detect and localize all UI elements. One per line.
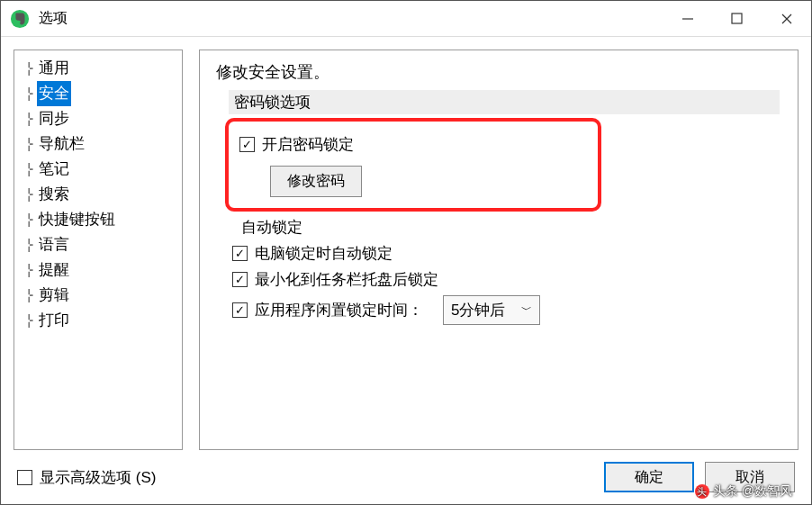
idle-lock-row[interactable]: ✓ 应用程序闲置锁定时间： 5分钟后 ﹀ — [232, 295, 781, 325]
checkbox-icon — [17, 470, 32, 485]
close-icon — [780, 13, 793, 25]
main-panel: 修改安全设置。 密码锁选项 ✓ 开启密码锁定 修改密码 自动锁定 ✓ 电脑锁定时… — [199, 50, 798, 450]
tree-dash-icon: ¦·· — [27, 232, 32, 257]
close-button[interactable] — [762, 1, 811, 36]
tree-dash-icon: ¦·· — [27, 283, 32, 308]
sidebar-item-7[interactable]: ¦··语言 — [14, 232, 182, 257]
sidebar-item-label: 通用 — [37, 56, 71, 81]
highlight-annotation: ✓ 开启密码锁定 修改密码 — [225, 118, 601, 212]
main-heading: 修改安全设置。 — [216, 61, 781, 83]
idle-time-select[interactable]: 5分钟后 ﹀ — [443, 295, 540, 325]
sidebar-item-1[interactable]: ¦··安全 — [14, 81, 182, 106]
tree-dash-icon: ¦·· — [27, 56, 32, 81]
sidebar-item-9[interactable]: ¦··剪辑 — [14, 283, 182, 308]
sidebar: ¦··通用¦··安全¦··同步¦··导航栏¦··笔记¦··搜索¦··快捷键按钮¦… — [14, 50, 183, 450]
tree-dash-icon: ¦·· — [27, 182, 32, 207]
watermark-text: 头条 @数智风 — [713, 483, 792, 500]
app-icon — [10, 9, 30, 29]
change-password-button[interactable]: 修改密码 — [270, 166, 362, 197]
idle-lock-label: 应用程序闲置锁定时间： — [255, 300, 423, 320]
sidebar-item-label: 语言 — [37, 232, 71, 257]
lock-on-minimize-label: 最小化到任务栏托盘后锁定 — [255, 269, 438, 290]
enable-password-lock-label: 开启密码锁定 — [262, 134, 354, 155]
sidebar-item-label: 安全 — [37, 81, 71, 106]
footer: 显示高级选项 (S) 确定 取消 — [1, 450, 811, 504]
tree-dash-icon: ¦·· — [27, 157, 32, 182]
tree-dash-icon: ¦·· — [27, 106, 32, 131]
sidebar-item-10[interactable]: ¦··打印 — [14, 308, 182, 333]
sidebar-item-label: 打印 — [37, 308, 71, 333]
svg-rect-2 — [732, 14, 742, 23]
show-advanced-label: 显示高级选项 (S) — [40, 467, 156, 488]
titlebar: 选项 — [1, 1, 811, 37]
checkbox-icon: ✓ — [232, 302, 248, 318]
options-window: 选项 ¦··通用¦··安全¦··同步¦··导航栏¦··笔记¦··搜索¦··快捷键… — [0, 0, 812, 505]
content-area: ¦··通用¦··安全¦··同步¦··导航栏¦··笔记¦··搜索¦··快捷键按钮¦… — [1, 37, 811, 450]
tree-dash-icon: ¦·· — [27, 207, 32, 232]
sidebar-item-label: 快捷键按钮 — [37, 207, 117, 232]
minimize-icon — [681, 13, 694, 25]
maximize-icon — [731, 13, 743, 24]
checkbox-icon: ✓ — [232, 246, 248, 261]
tree-dash-icon: ¦·· — [27, 308, 32, 333]
auto-lock-heading: 自动锁定 — [241, 217, 781, 238]
sidebar-item-label: 导航栏 — [37, 131, 86, 157]
checkbox-icon: ✓ — [232, 272, 248, 287]
sidebar-item-0[interactable]: ¦··通用 — [14, 56, 182, 81]
tree-dash-icon: ¦·· — [27, 131, 32, 157]
show-advanced-row[interactable]: 显示高级选项 (S) — [17, 467, 156, 488]
sidebar-item-label: 搜索 — [37, 182, 71, 207]
window-controls — [663, 1, 811, 36]
watermark-icon: 头 — [695, 484, 709, 499]
watermark: 头 头条 @数智风 — [695, 483, 792, 500]
sidebar-item-8[interactable]: ¦··提醒 — [14, 257, 182, 283]
enable-password-lock-row[interactable]: ✓ 开启密码锁定 — [239, 134, 589, 155]
tree-dash-icon: ¦·· — [27, 257, 32, 283]
sidebar-item-label: 提醒 — [37, 257, 71, 283]
ok-button[interactable]: 确定 — [604, 462, 694, 492]
minimize-button[interactable] — [663, 1, 712, 36]
sidebar-item-6[interactable]: ¦··快捷键按钮 — [14, 207, 182, 232]
chevron-down-icon: ﹀ — [521, 302, 532, 318]
sidebar-item-5[interactable]: ¦··搜索 — [14, 182, 182, 207]
lock-on-pc-lock-label: 电脑锁定时自动锁定 — [255, 243, 392, 264]
window-title: 选项 — [39, 9, 663, 28]
maximize-button[interactable] — [712, 1, 762, 36]
sidebar-item-label: 同步 — [37, 106, 71, 131]
sidebar-item-label: 笔记 — [37, 157, 71, 182]
checkbox-icon: ✓ — [239, 137, 255, 152]
sidebar-item-label: 剪辑 — [37, 283, 71, 308]
sidebar-item-3[interactable]: ¦··导航栏 — [14, 131, 182, 157]
sidebar-item-4[interactable]: ¦··笔记 — [14, 157, 182, 182]
tree-dash-icon: ¦·· — [27, 81, 32, 106]
lock-on-pc-lock-row[interactable]: ✓ 电脑锁定时自动锁定 — [232, 243, 781, 264]
sidebar-item-2[interactable]: ¦··同步 — [14, 106, 182, 131]
lock-on-minimize-row[interactable]: ✓ 最小化到任务栏托盘后锁定 — [232, 269, 781, 290]
password-group-title: 密码锁选项 — [229, 90, 780, 114]
idle-time-value: 5分钟后 — [451, 300, 505, 320]
